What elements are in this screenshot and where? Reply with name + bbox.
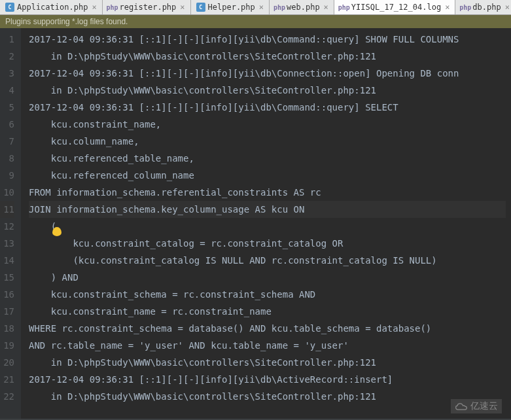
- tab-file[interactable]: phpregister.php×: [103, 0, 191, 14]
- code-line[interactable]: 2017-12-04 09:36:31 [::1][-][-][info][yi…: [29, 371, 506, 388]
- code-line[interactable]: kcu.constraint_name,: [29, 116, 506, 133]
- line-number[interactable]: 9: [0, 167, 14, 184]
- c-file-icon: C: [196, 3, 205, 12]
- line-number[interactable]: 4: [0, 82, 14, 99]
- code-line[interactable]: in D:\phpStudy\WWW\basic\controllers\Sit…: [29, 388, 506, 405]
- php-file-icon: php: [461, 3, 470, 12]
- watermark-text: 亿速云: [470, 400, 498, 412]
- line-number[interactable]: 15: [0, 269, 14, 286]
- line-number[interactable]: 11: [0, 201, 14, 218]
- line-number[interactable]: 10: [0, 184, 14, 201]
- tab-label: db.php: [472, 3, 501, 12]
- line-gutter: 12345678910111213141516171819202122: [0, 28, 21, 419]
- code-line[interactable]: kcu.referenced_table_name,: [29, 150, 506, 167]
- close-icon[interactable]: ×: [505, 3, 510, 12]
- line-number[interactable]: 13: [0, 235, 14, 252]
- tab-file[interactable]: CApplication.php×: [0, 0, 103, 14]
- code-line[interactable]: in D:\phpStudy\WWW\basic\controllers\Sit…: [29, 82, 506, 99]
- code-line[interactable]: kcu.constraint_catalog = rc.constraint_c…: [29, 235, 506, 252]
- code-line[interactable]: (: [29, 218, 506, 235]
- close-icon[interactable]: ×: [259, 3, 264, 12]
- tab-label: register.php: [120, 3, 177, 12]
- line-number[interactable]: 17: [0, 303, 14, 320]
- close-icon[interactable]: ×: [92, 3, 96, 12]
- close-icon[interactable]: ×: [445, 3, 449, 12]
- line-number[interactable]: 19: [0, 337, 14, 354]
- code-line[interactable]: kcu.constraint_name = rc.constraint_name: [29, 303, 506, 320]
- tab-file[interactable]: phpYIISQL_17_12_04.log×: [334, 0, 456, 14]
- tab-label: Application.php: [17, 3, 88, 12]
- code-line[interactable]: ) AND: [29, 269, 506, 286]
- close-icon[interactable]: ×: [180, 3, 185, 12]
- line-number[interactable]: 21: [0, 371, 14, 388]
- line-number[interactable]: 7: [0, 133, 14, 150]
- code-line[interactable]: 2017-12-04 09:36:31 [::1][-][-][info][yi…: [29, 31, 506, 48]
- code-line[interactable]: WHERE rc.constraint_schema = database() …: [29, 320, 506, 337]
- code-line[interactable]: in D:\phpStudy\WWW\basic\controllers\Sit…: [29, 354, 506, 371]
- tab-label: YIISQL_17_12_04.log: [351, 3, 441, 12]
- code-line[interactable]: 2017-12-04 09:36:31 [::1][-][-][info][yi…: [29, 65, 506, 82]
- code-line[interactable]: AND rc.table_name = 'y_user' AND kcu.tab…: [29, 337, 506, 354]
- cloud-icon: [455, 402, 468, 411]
- watermark: 亿速云: [451, 399, 502, 413]
- code-line[interactable]: in D:\phpStudy\WWW\basic\controllers\Sit…: [29, 48, 506, 65]
- code-line[interactable]: kcu.column_name,: [29, 133, 506, 150]
- tab-label: Helper.php: [208, 3, 255, 12]
- line-number[interactable]: 20: [0, 354, 14, 371]
- line-number[interactable]: 22: [0, 388, 14, 405]
- code-line[interactable]: (kcu.constraint_catalog IS NULL AND rc.c…: [29, 252, 506, 269]
- tab-file[interactable]: CHelper.php×: [191, 0, 270, 14]
- line-number[interactable]: 5: [0, 99, 14, 116]
- code-line[interactable]: 2017-12-04 09:36:31 [::1][-][-][info][yi…: [29, 99, 506, 116]
- code-area[interactable]: 2017-12-04 09:36:31 [::1][-][-][info][yi…: [21, 28, 511, 419]
- line-number[interactable]: 3: [0, 65, 14, 82]
- line-number[interactable]: 16: [0, 286, 14, 303]
- notice-bar[interactable]: Plugins supporting *.log files found.: [0, 15, 511, 28]
- php-file-icon: php: [340, 3, 349, 12]
- tab-file[interactable]: phpweb.php×: [270, 0, 334, 14]
- line-number[interactable]: 6: [0, 116, 14, 133]
- php-file-icon: php: [108, 3, 117, 12]
- line-number[interactable]: 12: [0, 218, 14, 235]
- line-number[interactable]: 8: [0, 150, 14, 167]
- code-line[interactable]: FROM information_schema.referential_cons…: [29, 184, 506, 201]
- php-file-icon: php: [275, 3, 284, 12]
- line-number[interactable]: 1: [0, 31, 14, 48]
- c-file-icon: C: [5, 3, 14, 12]
- line-number[interactable]: 18: [0, 320, 14, 337]
- code-editor: 12345678910111213141516171819202122 2017…: [0, 28, 511, 419]
- code-line[interactable]: kcu.referenced_column_name: [29, 167, 506, 184]
- close-icon[interactable]: ×: [324, 3, 328, 12]
- code-line[interactable]: kcu.constraint_schema = rc.constraint_sc…: [29, 286, 506, 303]
- line-number[interactable]: 2: [0, 48, 14, 65]
- tab-label: web.php: [287, 3, 320, 12]
- bulb-icon[interactable]: [52, 227, 62, 236]
- line-number[interactable]: 14: [0, 252, 14, 269]
- tab-file[interactable]: phpdb.php×: [455, 0, 511, 14]
- code-line[interactable]: JOIN information_schema.key_column_usage…: [29, 201, 506, 218]
- editor-tabs: CApplication.php×phpregister.php×CHelper…: [0, 0, 511, 15]
